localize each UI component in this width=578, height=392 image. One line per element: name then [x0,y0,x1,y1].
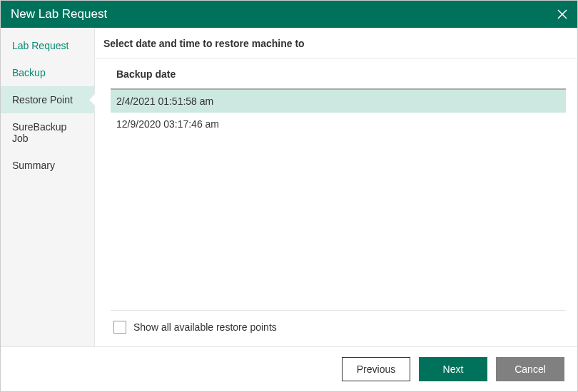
sidebar-item-label: Summary [12,160,55,171]
restore-point-list: 2/4/2021 01:51:58 am 12/9/2020 03:17:46 … [111,90,566,311]
backup-date-value: 2/4/2021 01:51:58 am [116,96,213,107]
cancel-button[interactable]: Cancel [496,357,564,381]
sidebar-item-backup[interactable]: Backup [1,59,94,86]
button-label: Previous [357,363,395,375]
list-item[interactable]: 12/9/2020 03:17:46 am [111,113,566,135]
close-icon [557,9,567,19]
main-content: Backup date 2/4/2021 01:51:58 am 12/9/20… [95,58,577,346]
show-all-label: Show all available restore points [133,321,277,333]
show-all-row: Show all available restore points [111,311,566,346]
sidebar-item-summary[interactable]: Summary [1,152,94,179]
sidebar-item-restore-point[interactable]: Restore Point [1,86,94,113]
previous-button[interactable]: Previous [342,357,410,381]
dialog-title: New Lab Request [11,7,107,21]
main-panel: Select date and time to restore machine … [95,28,577,346]
sidebar-item-label: Lab Request [12,40,69,51]
sidebar-item-label: SureBackup Job [12,121,66,144]
button-label: Next [443,363,464,375]
main-heading: Select date and time to restore machine … [95,28,577,58]
sidebar-item-label: Backup [12,67,46,78]
button-label: Cancel [514,363,546,375]
dialog-body: Lab Request Backup Restore Point SureBac… [1,28,577,346]
wizard-sidebar: Lab Request Backup Restore Point SureBac… [1,28,95,346]
column-header-backup-date[interactable]: Backup date [111,58,566,90]
titlebar: New Lab Request [1,1,577,28]
backup-date-value: 12/9/2020 03:17:46 am [116,118,219,130]
sidebar-item-surebackup-job[interactable]: SureBackup Job [1,113,94,152]
show-all-checkbox[interactable] [113,321,126,334]
list-item[interactable]: 2/4/2021 01:51:58 am [111,90,566,113]
sidebar-item-label: Restore Point [12,94,73,105]
close-button[interactable] [556,8,569,21]
dialog-footer: Previous Next Cancel [1,346,577,391]
sidebar-item-lab-request[interactable]: Lab Request [1,32,94,59]
next-button[interactable]: Next [419,357,487,381]
dialog: New Lab Request Lab Request Backup Resto… [0,0,578,392]
